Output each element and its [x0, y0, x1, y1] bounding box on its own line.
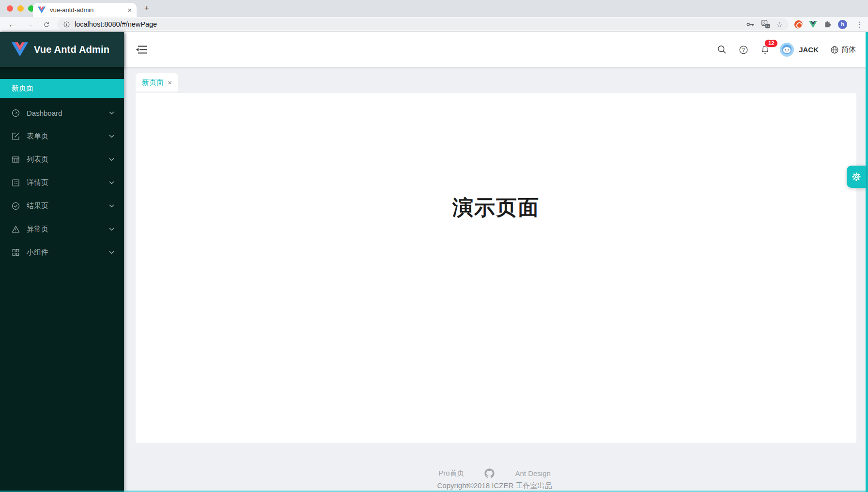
sidebar-item-label: 结果页	[27, 201, 109, 211]
page-footer: Pro首页 Ant Design Copyright©2018 ICZER 工作…	[124, 468, 865, 491]
table-icon	[12, 155, 20, 164]
widgets-icon	[12, 248, 20, 257]
footer-links: Pro首页 Ant Design	[438, 468, 551, 478]
traffic-lights	[7, 5, 34, 12]
browser-tab-close-icon[interactable]: ×	[127, 6, 132, 14]
page-tab-close-icon[interactable]: ×	[168, 78, 172, 87]
footer-link-antd[interactable]: Ant Design	[515, 469, 550, 477]
warning-icon	[12, 225, 20, 233]
svg-text:G: G	[766, 24, 769, 28]
page-title: 演示页面	[452, 194, 540, 443]
sidebar-item-widgets[interactable]: 小组件	[0, 241, 124, 264]
main-content: 新页面 × 演示页面 Pro首页 Ant Design Copyright©20…	[124, 67, 868, 492]
sidebar-item-label: 异常页	[27, 225, 109, 234]
sidebar-item-label: 列表页	[27, 155, 109, 164]
browser-menu-icon[interactable]: ⋮	[853, 20, 868, 29]
app-root: Vue Antd Admin 新页面 Dashboard	[0, 32, 868, 492]
url-bar[interactable]: localhost:8080/#/newPage 文 G ☆	[57, 18, 789, 30]
vue-devtools-icon[interactable]	[809, 21, 817, 28]
footer-link-home[interactable]: Pro首页	[438, 469, 464, 478]
check-circle-icon	[12, 202, 20, 210]
extensions-puzzle-icon[interactable]	[823, 20, 832, 29]
copyright-text: Copyright©2018 ICZER 工作室出品	[437, 481, 552, 491]
reload-button[interactable]	[38, 20, 54, 29]
url-text[interactable]: localhost:8080/#/newPage	[75, 20, 742, 28]
browser-tabstrip: vue-antd-admin × +	[0, 0, 868, 17]
svg-text:?: ?	[742, 47, 745, 52]
page-tab-new-page[interactable]: 新页面 ×	[136, 73, 178, 92]
sidebar-menu: 新页面 Dashboard	[0, 67, 124, 264]
omnibox-actions: 文 G ☆	[746, 20, 783, 29]
language-selector[interactable]: 简体	[841, 45, 856, 54]
browser-profile-avatar[interactable]: h	[838, 20, 847, 29]
chevron-down-icon	[109, 228, 114, 231]
settings-button[interactable]	[847, 166, 866, 188]
gear-icon	[851, 171, 862, 183]
form-icon	[12, 132, 20, 140]
github-icon[interactable]	[484, 468, 495, 478]
sidebar-item-detail[interactable]: 详情页	[0, 171, 124, 194]
sidebar-item-new-page[interactable]: 新页面	[0, 79, 124, 98]
chevron-down-icon	[109, 251, 114, 254]
globe-icon[interactable]	[830, 46, 839, 54]
browser-tab[interactable]: vue-antd-admin ×	[33, 3, 137, 17]
sidebar-item-dashboard[interactable]: Dashboard	[0, 101, 124, 124]
vue-logo-icon	[12, 42, 28, 57]
profile-icon	[12, 179, 20, 187]
window-minimize-button[interactable]	[17, 5, 24, 12]
sidebar-item-label: 表单页	[27, 132, 109, 141]
chevron-down-icon	[109, 204, 114, 208]
sidebar-item-label: Dashboard	[27, 109, 109, 117]
browser-window: vue-antd-admin × + ← → localhost:8080/#/…	[0, 0, 868, 492]
extension-orange-icon[interactable]	[794, 20, 803, 29]
sidebar-item-list[interactable]: 列表页	[0, 148, 124, 171]
header-actions: ? 12	[717, 43, 868, 57]
browser-toolbar: ← → localhost:8080/#/newPage	[0, 17, 868, 32]
notification-bell[interactable]: 12	[760, 45, 770, 55]
forward-button[interactable]: →	[21, 20, 38, 29]
bookmark-star-icon[interactable]: ☆	[776, 21, 783, 28]
chevron-down-icon	[109, 158, 114, 161]
chevron-down-icon	[109, 181, 114, 184]
sidebar-item-exception[interactable]: 异常页	[0, 217, 124, 241]
sidebar-item-label: 详情页	[27, 178, 109, 187]
extensions-area: h ⋮	[794, 20, 868, 29]
notification-badge: 12	[764, 39, 778, 47]
search-icon[interactable]	[717, 45, 727, 55]
menu-fold-icon[interactable]	[136, 45, 147, 54]
sidebar-item-result[interactable]: 结果页	[0, 194, 124, 217]
password-key-icon[interactable]	[746, 20, 755, 29]
page-tab-label: 新页面	[142, 78, 164, 87]
app-title: Vue Antd Admin	[34, 44, 109, 55]
app-logo[interactable]: Vue Antd Admin	[0, 32, 124, 67]
sidebar-item-label: 小组件	[27, 248, 109, 257]
app-header: ? 12	[124, 32, 868, 67]
sidebar-item-label: 新页面	[12, 84, 33, 93]
sidebar: Vue Antd Admin 新页面 Dashboard	[0, 32, 124, 492]
chevron-down-icon	[109, 111, 114, 115]
translate-icon[interactable]: 文 G	[761, 20, 770, 29]
chevron-down-icon	[109, 135, 114, 138]
settings-drawer-edge	[866, 32, 868, 492]
help-icon[interactable]: ?	[739, 45, 748, 55]
new-tab-button[interactable]: +	[140, 2, 153, 15]
user-avatar[interactable]	[780, 43, 794, 57]
site-info-icon[interactable]	[63, 21, 70, 28]
browser-tab-title: vue-antd-admin	[50, 6, 123, 14]
sidebar-item-form[interactable]: 表单页	[0, 124, 124, 148]
vue-favicon	[38, 6, 46, 14]
content-card: 演示页面	[136, 93, 856, 443]
window-close-button[interactable]	[7, 5, 13, 12]
dashboard-icon	[12, 109, 20, 117]
username-label[interactable]: JACK	[799, 46, 819, 54]
back-button[interactable]: ←	[4, 20, 21, 29]
